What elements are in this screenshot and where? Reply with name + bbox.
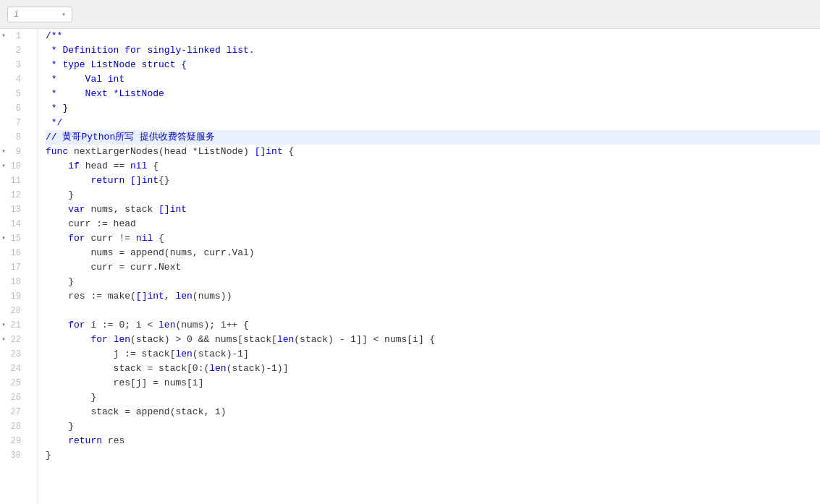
code-line: res := make([]int, len(nums)) bbox=[46, 289, 820, 304]
keyword: len bbox=[114, 334, 130, 345]
line-number: ▾9 bbox=[0, 145, 27, 159]
code-line: } bbox=[46, 275, 820, 289]
line-number: 30 bbox=[0, 448, 27, 463]
code-line: func nextLargerNodes(head *ListNode) []i… bbox=[46, 145, 820, 159]
line-number: 17 bbox=[0, 260, 27, 275]
code-line: * Val int bbox=[46, 72, 820, 87]
keyword: len bbox=[209, 363, 226, 374]
code-line: } bbox=[46, 390, 820, 405]
code-line: } bbox=[46, 188, 820, 202]
line-number: 13 bbox=[0, 202, 27, 217]
keyword: nil bbox=[136, 233, 153, 244]
side-gutter bbox=[33, 29, 38, 504]
code-line: nums = append(nums, curr.Val) bbox=[46, 246, 820, 260]
line-number: 4 bbox=[0, 72, 27, 87]
line-number: 18 bbox=[0, 275, 27, 289]
code-line: j := stack[len(stack)-1] bbox=[46, 347, 820, 362]
code-line: */ bbox=[46, 116, 820, 130]
code-area[interactable]: /** * Definition for singly-linked list.… bbox=[38, 29, 820, 504]
line-number: ▾10 bbox=[0, 159, 27, 174]
line-number: 8 bbox=[0, 130, 27, 145]
comment: * Val int bbox=[46, 74, 124, 85]
keyword: len bbox=[277, 334, 294, 345]
fold-arrow-icon[interactable]: ▾ bbox=[1, 333, 6, 347]
keyword: len bbox=[175, 291, 192, 302]
fold-arrow-icon[interactable]: ▾ bbox=[1, 318, 6, 333]
line-number: 26 bbox=[0, 390, 27, 405]
line-number: 11 bbox=[0, 174, 27, 188]
language-selector[interactable]: i ▾ bbox=[7, 7, 72, 22]
code-line: var nums, stack []int bbox=[46, 202, 820, 217]
code-line: for i := 0; i < len(nums); i++ { bbox=[46, 318, 820, 333]
code-line: * Definition for singly-linked list. bbox=[46, 43, 820, 58]
comment: /** bbox=[46, 30, 62, 41]
line-number: ▾22 bbox=[0, 333, 27, 347]
comment: * } bbox=[46, 103, 68, 114]
fold-arrow-icon[interactable]: ▾ bbox=[1, 159, 6, 174]
comment: * Next *ListNode bbox=[46, 88, 164, 99]
code-line: * } bbox=[46, 101, 820, 116]
line-number: 3 bbox=[0, 58, 27, 72]
line-number: 25 bbox=[0, 376, 27, 390]
line-number: 29 bbox=[0, 434, 27, 448]
line-number: 2 bbox=[0, 43, 27, 58]
lang-icon-label: i bbox=[14, 9, 19, 20]
editor-container: ▾12345678▾9▾1011121314▾151617181920▾21▾2… bbox=[0, 29, 820, 504]
keyword: if bbox=[68, 161, 80, 171]
line-number: 7 bbox=[0, 116, 27, 130]
code-line bbox=[46, 304, 820, 318]
keyword: len bbox=[175, 349, 192, 359]
code-line: } bbox=[46, 419, 820, 434]
keyword: for bbox=[68, 320, 85, 330]
code-line: if head == nil { bbox=[46, 159, 820, 174]
line-number: 16 bbox=[0, 246, 27, 260]
keyword: []int bbox=[130, 175, 158, 186]
code-line: for len(stack) > 0 && nums[stack[len(sta… bbox=[46, 333, 820, 347]
line-numbers: ▾12345678▾9▾1011121314▾151617181920▾21▾2… bbox=[0, 29, 33, 504]
keyword: nil bbox=[130, 161, 147, 171]
line-number: 23 bbox=[0, 347, 27, 362]
line-number: ▾1 bbox=[0, 29, 27, 43]
keyword: for bbox=[68, 233, 85, 244]
line-number: 28 bbox=[0, 419, 27, 434]
line-number: ▾15 bbox=[0, 231, 27, 246]
keyword: for bbox=[90, 334, 107, 345]
keyword: []int bbox=[255, 146, 283, 157]
code-line: return []int{} bbox=[46, 174, 820, 188]
code-line: curr := head bbox=[46, 217, 820, 231]
toolbar: i ▾ bbox=[0, 0, 820, 29]
line-number: 6 bbox=[0, 101, 27, 116]
line-number: 12 bbox=[0, 188, 27, 202]
code-line: return res bbox=[46, 434, 820, 448]
comment: */ bbox=[46, 117, 62, 128]
code-line: curr = curr.Next bbox=[46, 260, 820, 275]
keyword: []int bbox=[158, 204, 187, 215]
code-line: /** bbox=[46, 29, 820, 43]
code-line: for curr != nil { bbox=[46, 231, 820, 246]
keyword: len bbox=[158, 320, 175, 330]
fold-arrow-icon[interactable]: ▾ bbox=[1, 145, 6, 159]
code-line: // 黄哥Python所写 提供收费答疑服务 bbox=[46, 130, 820, 145]
code-line: * Next *ListNode bbox=[46, 87, 820, 101]
code-line: * type ListNode struct { bbox=[46, 58, 820, 72]
line-number: 24 bbox=[0, 362, 27, 376]
keyword: func bbox=[46, 146, 68, 157]
line-number: ▾21 bbox=[0, 318, 27, 333]
fold-arrow-icon[interactable]: ▾ bbox=[1, 231, 6, 246]
comment: * Definition for singly-linked list. bbox=[46, 45, 255, 56]
keyword: return bbox=[90, 175, 124, 186]
line-number: 27 bbox=[0, 405, 27, 419]
line-number: 19 bbox=[0, 289, 27, 304]
line-number: 14 bbox=[0, 217, 27, 231]
line-number: 5 bbox=[0, 87, 27, 101]
fold-arrow-icon[interactable]: ▾ bbox=[1, 29, 6, 43]
line-number: 20 bbox=[0, 304, 27, 318]
code-line: } bbox=[46, 448, 820, 463]
code-line: stack = stack[0:(len(stack)-1)] bbox=[46, 362, 820, 376]
chevron-down-icon: ▾ bbox=[62, 10, 66, 19]
code-line: res[j] = nums[i] bbox=[46, 376, 820, 390]
comment: * type ListNode struct { bbox=[46, 59, 187, 70]
code-line: stack = append(stack, i) bbox=[46, 405, 820, 419]
keyword: return bbox=[68, 435, 102, 446]
keyword: var bbox=[68, 204, 85, 215]
